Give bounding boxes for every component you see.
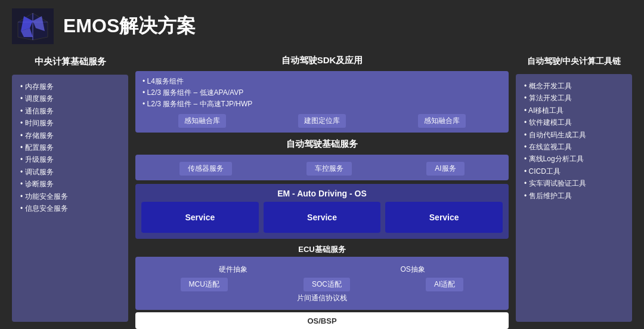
base-service-item: 传感器服务 <box>179 162 232 176</box>
base-service-row: 传感器服务车控服务AI服务 <box>143 162 501 176</box>
right-panel-box: 概念开发工具算法开发工具AI移植工具软件建模工具自动代码生成工具在线监视工具离线… <box>516 74 632 322</box>
list-item: 升级服务 <box>20 153 120 165</box>
list-item: 售后维护工具 <box>524 190 624 202</box>
left-panel: 中央计算基础服务 内存服务调度服务通信服务时间服务存储服务配置服务升级服务调试服… <box>12 53 128 322</box>
list-item: 配置服务 <box>20 142 120 153</box>
ecu-adapt-item: SOC适配 <box>304 278 350 291</box>
service-row: ServiceServiceService <box>135 202 509 239</box>
ecu-comm: 片间通信协议栈 <box>143 293 501 303</box>
ecu-hardware-item: OS抽象 <box>395 263 429 276</box>
right-panel: 自动驾驶/中央计算工具链 概念开发工具算法开发工具AI移植工具软件建模工具自动代… <box>516 53 632 322</box>
base-service-title: 自动驾驶基础服务 <box>135 136 509 151</box>
ecu-hardware-row: 硬件抽象OS抽象 <box>143 263 501 276</box>
ecu-section-wrapper: ECU基础服务 硬件抽象OS抽象 MCU适配SOC适配AI适配 片间通信协议栈 … <box>135 242 509 329</box>
em-os-section: EM - Auto Driving - OS ServiceServiceSer… <box>135 184 509 239</box>
main-content: 中央计算基础服务 内存服务调度服务通信服务时间服务存储服务配置服务升级服务调试服… <box>0 53 644 328</box>
sdk-row-item: 建图定位库 <box>298 114 346 128</box>
list-item: AI移植工具 <box>524 104 624 116</box>
service-box: Service <box>264 202 381 233</box>
list-item: 软件建模工具 <box>524 116 624 128</box>
sdk-row-item: 感知融合库 <box>418 114 466 128</box>
list-item: L2/3 服务组件 – 中高速TJP/HWP <box>143 99 501 110</box>
os-bsp-section: OS/BSP <box>135 312 509 329</box>
list-item: 存储服务 <box>20 130 120 142</box>
list-item: 功能安全服务 <box>20 190 120 202</box>
ecu-adapt-item: AI适配 <box>426 278 463 291</box>
sdk-title: 自动驾驶SDK及应用 <box>135 53 509 67</box>
list-item: 时间服务 <box>20 117 120 129</box>
logo <box>12 8 54 44</box>
ecu-adapt-item: MCU适配 <box>181 278 228 291</box>
list-item: L4服务组件 <box>143 76 501 87</box>
center-panel: 自动驾驶SDK及应用 L4服务组件L2/3 服务组件 – 低速APA/AVPL2… <box>135 53 509 322</box>
ecu-adapt-row: MCU适配SOC适配AI适配 <box>143 278 501 291</box>
ecu-hardware-item: 硬件抽象 <box>214 263 252 276</box>
list-item: 信息安全服务 <box>20 202 120 214</box>
page-title: EMOS解决方案 <box>63 13 196 39</box>
list-item: 调度服务 <box>20 93 120 104</box>
em-os-title: EM - Auto Driving - OS <box>135 184 509 202</box>
list-item: 自动代码生成工具 <box>524 129 624 141</box>
list-item: 通信服务 <box>20 105 120 117</box>
service-box: Service <box>141 202 259 233</box>
list-item: 算法开发工具 <box>524 92 624 104</box>
list-item: 诊断服务 <box>20 178 120 190</box>
ecu-section: 硬件抽象OS抽象 MCU适配SOC适配AI适配 片间通信协议栈 <box>135 257 509 310</box>
list-item: 概念开发工具 <box>524 80 624 92</box>
header: EMOS解决方案 <box>0 0 644 53</box>
service-box: Service <box>385 202 503 233</box>
sdk-row-item: 感知融合库 <box>178 114 226 128</box>
right-panel-list: 概念开发工具算法开发工具AI移植工具软件建模工具自动代码生成工具在线监视工具离线… <box>524 80 624 202</box>
list-item: 内存服务 <box>20 81 120 93</box>
base-service-item: 车控服务 <box>306 162 352 176</box>
sdk-bullet-list: L4服务组件L2/3 服务组件 – 低速APA/AVPL2/3 服务组件 – 中… <box>143 76 501 110</box>
list-item: 在线监视工具 <box>524 141 624 153</box>
left-panel-box: 内存服务调度服务通信服务时间服务存储服务配置服务升级服务调试服务诊断服务功能安全… <box>12 75 128 322</box>
os-bsp-label: OS/BSP <box>307 316 336 325</box>
list-item: 离线Log分析工具 <box>524 153 624 165</box>
left-panel-title: 中央计算基础服务 <box>12 53 128 71</box>
list-item: 调试服务 <box>20 166 120 178</box>
base-service-section: 传感器服务车控服务AI服务 <box>135 155 509 180</box>
ecu-title: ECU基础服务 <box>135 242 509 257</box>
base-service-item: AI服务 <box>426 162 464 176</box>
list-item: L2/3 服务组件 – 低速APA/AVP <box>143 87 501 99</box>
list-item: 实车调试验证工具 <box>524 177 624 189</box>
right-panel-title: 自动驾驶/中央计算工具链 <box>516 53 632 70</box>
left-panel-list: 内存服务调度服务通信服务时间服务存储服务配置服务升级服务调试服务诊断服务功能安全… <box>20 81 120 214</box>
list-item: CICD工具 <box>524 165 624 177</box>
sdk-row: 感知融合库建图定位库感知融合库 <box>143 114 501 128</box>
sdk-section: L4服务组件L2/3 服务组件 – 低速APA/AVPL2/3 服务组件 – 中… <box>135 71 509 133</box>
